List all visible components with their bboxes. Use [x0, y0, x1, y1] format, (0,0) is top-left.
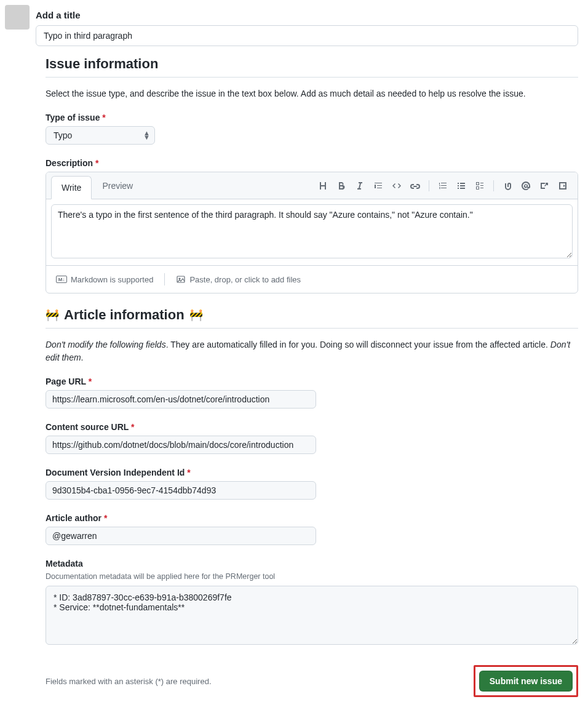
- construction-icon: 🚧: [189, 308, 203, 322]
- svg-point-1: [179, 278, 180, 279]
- unordered-list-icon[interactable]: [453, 177, 470, 194]
- ordered-list-icon[interactable]: [434, 177, 451, 194]
- submit-new-issue-button[interactable]: Submit new issue: [479, 671, 573, 692]
- description-textarea[interactable]: [51, 204, 573, 258]
- code-icon[interactable]: [388, 177, 405, 194]
- link-icon[interactable]: [407, 177, 424, 194]
- description-label: Description *: [46, 158, 578, 168]
- mention-icon[interactable]: [517, 177, 534, 194]
- type-of-issue-label: Type of issue *: [46, 113, 578, 122]
- image-icon: [176, 274, 186, 284]
- saved-replies-icon[interactable]: [554, 177, 571, 194]
- article-author-input[interactable]: [46, 527, 316, 545]
- submit-highlight-box: Submit new issue: [474, 665, 578, 697]
- article-information-heading: 🚧 Article information 🚧: [46, 307, 578, 329]
- content-source-url-input[interactable]: [46, 436, 316, 454]
- doc-version-id-label: Document Version Independent Id *: [46, 468, 578, 477]
- metadata-label: Metadata: [46, 559, 578, 568]
- doc-version-id-input[interactable]: [46, 481, 316, 500]
- heading-icon[interactable]: [314, 177, 332, 194]
- page-url-input[interactable]: [46, 390, 316, 409]
- construction-icon: 🚧: [46, 308, 59, 322]
- content-source-url-label: Content source URL *: [46, 422, 578, 432]
- markdown-supported-link[interactable]: M↓ Markdown is supported: [56, 275, 153, 284]
- metadata-helper-text: Documentation metadata will be applied h…: [46, 572, 578, 581]
- task-list-icon[interactable]: [471, 177, 488, 194]
- bold-icon[interactable]: [333, 177, 350, 194]
- type-of-issue-select[interactable]: Typo: [46, 126, 155, 145]
- required-fields-note: Fields marked with an asterisk (*) are r…: [46, 677, 212, 686]
- tab-write[interactable]: Write: [51, 176, 92, 199]
- attachment-icon[interactable]: [499, 177, 516, 194]
- article-author-label: Article author *: [46, 513, 578, 523]
- attach-files-link[interactable]: Paste, drop, or click to add files: [176, 274, 301, 284]
- quote-icon[interactable]: [370, 177, 387, 194]
- italic-icon[interactable]: [351, 177, 368, 194]
- title-input[interactable]: [36, 25, 578, 46]
- page-url-label: Page URL *: [46, 377, 578, 386]
- cross-reference-icon[interactable]: [536, 177, 553, 194]
- issue-information-heading: Issue information: [46, 56, 578, 78]
- article-warning-text: Don't modify the following fields. They …: [46, 338, 578, 364]
- metadata-textarea[interactable]: [46, 586, 578, 645]
- avatar: [5, 5, 30, 30]
- issue-info-description: Select the issue type, and describe the …: [46, 87, 578, 100]
- add-title-label: Add a title: [36, 10, 578, 20]
- markdown-icon: M↓: [56, 276, 67, 283]
- tab-preview[interactable]: Preview: [92, 174, 143, 197]
